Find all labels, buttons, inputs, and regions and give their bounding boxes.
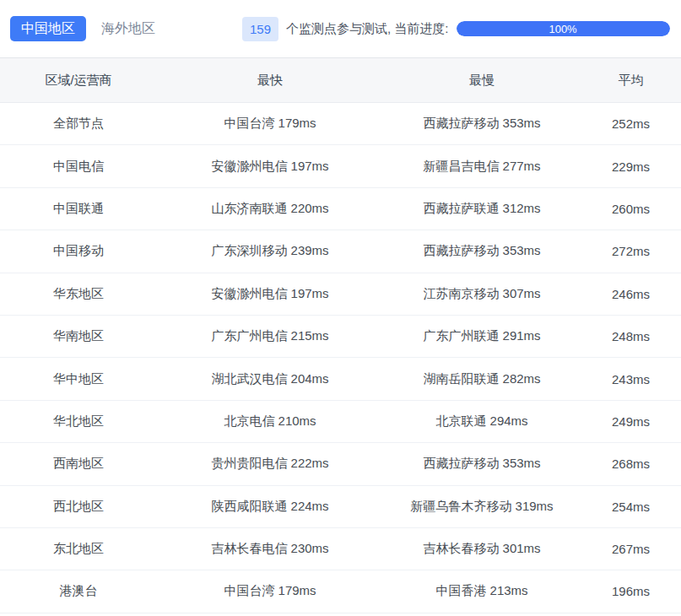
table-row: 中国电信 安徽滁州电信 197ms 新疆昌吉电信 277ms 229ms [0, 145, 681, 187]
column-header-fastest: 最快 [157, 73, 383, 89]
table-row: 华东地区 安徽滁州电信 197ms 江苏南京移动 307ms 246ms [0, 273, 681, 316]
slowest-cell: 西藏拉萨移动 353ms [383, 116, 581, 132]
average-cell: 196ms [581, 584, 681, 598]
slowest-cell: 北京联通 294ms [383, 413, 581, 430]
table-row: 东北地区 吉林长春电信 230ms 吉林长春移动 301ms 267ms [0, 528, 681, 570]
table-row: 中国联通 山东济南联通 220ms 西藏拉萨联通 312ms 260ms [0, 188, 681, 230]
table-row: 全部节点 中国台湾 179ms 西藏拉萨移动 353ms 252ms [0, 103, 681, 145]
fastest-cell: 贵州贵阳电信 222ms [157, 456, 383, 472]
slowest-cell: 西藏拉萨联通 312ms [383, 201, 581, 217]
region-cell: 全部节点 [0, 116, 157, 132]
average-cell: 248ms [581, 329, 681, 343]
column-header-average: 平均 [581, 73, 681, 89]
fastest-cell: 广东广州电信 215ms [157, 328, 383, 344]
average-cell: 260ms [581, 202, 681, 216]
slowest-cell: 中国香港 213ms [383, 583, 581, 599]
average-cell: 246ms [581, 287, 681, 301]
average-cell: 249ms [581, 414, 681, 429]
column-header-region: 区域/运营商 [0, 73, 157, 89]
slowest-cell: 西藏拉萨移动 353ms [383, 243, 581, 259]
fastest-cell: 中国台湾 179ms [157, 583, 383, 599]
column-header-slowest: 最慢 [383, 73, 581, 89]
average-cell: 229ms [581, 159, 681, 174]
region-cell: 东北地区 [0, 541, 157, 557]
slowest-cell: 西藏拉萨移动 353ms [383, 456, 581, 472]
average-cell: 267ms [581, 542, 681, 556]
fastest-cell: 安徽滁州电信 197ms [157, 159, 383, 175]
monitor-progress-label: 个监测点参与测试, 当前进度: [286, 21, 449, 37]
tab-china-region[interactable]: 中国地区 [10, 16, 86, 41]
region-cell: 华北地区 [0, 413, 157, 430]
slowest-cell: 广东广州联通 291ms [383, 328, 581, 344]
slowest-cell: 湖南岳阳联通 282ms [383, 371, 581, 387]
progress-bar: 100% [457, 21, 670, 36]
fastest-cell: 北京电信 210ms [157, 413, 383, 430]
slowest-cell: 吉林长春移动 301ms [383, 541, 581, 557]
average-cell: 272ms [581, 244, 681, 258]
table-row: 华南地区 广东广州电信 215ms 广东广州联通 291ms 248ms [0, 316, 681, 358]
table-row: 西南地区 贵州贵阳电信 222ms 西藏拉萨移动 353ms 268ms [0, 443, 681, 485]
ping-results-table: 区域/运营商 最快 最慢 平均 全部节点 中国台湾 179ms 西藏拉萨移动 3… [0, 57, 681, 613]
table-body: 全部节点 中国台湾 179ms 西藏拉萨移动 353ms 252ms 中国电信 … [0, 103, 681, 613]
region-cell: 华中地区 [0, 371, 157, 387]
fastest-cell: 中国台湾 179ms [157, 116, 383, 132]
table-row: 华北地区 北京电信 210ms 北京联通 294ms 249ms [0, 401, 681, 443]
region-cell: 西北地区 [0, 499, 157, 515]
region-cell: 港澳台 [0, 583, 157, 599]
average-cell: 254ms [581, 500, 681, 514]
fastest-cell: 湖北武汉电信 204ms [157, 371, 383, 387]
average-cell: 268ms [581, 457, 681, 471]
table-row: 港澳台 中国台湾 179ms 中国香港 213ms 196ms [0, 570, 681, 613]
fastest-cell: 吉林长春电信 230ms [157, 541, 383, 557]
progress-bar-fill: 100% [457, 21, 670, 36]
average-cell: 243ms [581, 372, 681, 386]
slowest-cell: 江苏南京移动 307ms [383, 286, 581, 302]
table-row: 西北地区 陕西咸阳联通 224ms 新疆乌鲁木齐移动 319ms 254ms [0, 486, 681, 528]
table-row: 华中地区 湖北武汉电信 204ms 湖南岳阳联通 282ms 243ms [0, 358, 681, 400]
slowest-cell: 新疆昌吉电信 277ms [383, 159, 581, 175]
table-header-row: 区域/运营商 最快 最慢 平均 [0, 57, 681, 103]
fastest-cell: 陕西咸阳联通 224ms [157, 499, 383, 515]
fastest-cell: 安徽滁州电信 197ms [157, 286, 383, 302]
region-cell: 中国联通 [0, 201, 157, 217]
tab-overseas-region[interactable]: 海外地区 [90, 16, 166, 41]
table-row: 中国移动 广东深圳移动 239ms 西藏拉萨移动 353ms 272ms [0, 230, 681, 273]
region-cell: 华东地区 [0, 286, 157, 302]
region-cell: 中国移动 [0, 243, 157, 259]
region-cell: 西南地区 [0, 456, 157, 472]
average-cell: 252ms [581, 116, 681, 131]
monitor-count-badge: 159 [242, 17, 278, 41]
progress-percent-text: 100% [549, 24, 576, 35]
fastest-cell: 广东深圳移动 239ms [157, 243, 383, 259]
slowest-cell: 新疆乌鲁木齐移动 319ms [383, 499, 581, 515]
toolbar: 中国地区 海外地区 159 个监测点参与测试, 当前进度: 100% [0, 0, 681, 57]
region-cell: 华南地区 [0, 328, 157, 344]
fastest-cell: 山东济南联通 220ms [157, 201, 383, 217]
region-cell: 中国电信 [0, 159, 157, 175]
